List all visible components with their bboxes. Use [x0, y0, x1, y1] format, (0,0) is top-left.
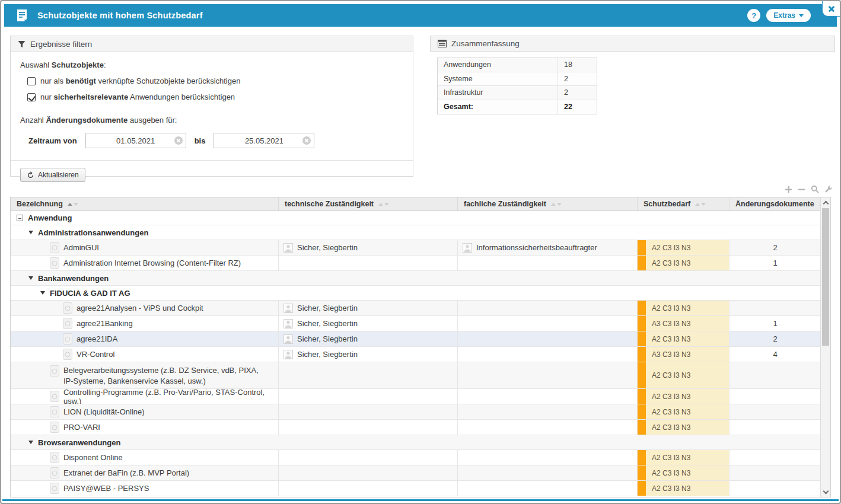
clear-date-from-icon[interactable]	[174, 136, 183, 145]
functional-responsibility-cell	[457, 465, 637, 480]
summary-row: Gesamt:22	[438, 100, 597, 114]
protection-need-badge: A2 C3 I3 N3	[646, 481, 729, 496]
date-from-value: 01.05.2021	[116, 136, 155, 145]
functional-responsibility-cell	[457, 389, 637, 404]
table-row[interactable]: Controlling-Programme (z.B. Pro-Vari/Par…	[11, 389, 830, 404]
column-header-2[interactable]: technische Zuständigkeit	[278, 197, 457, 210]
responsibility-name: Sicher, Siegbertin	[297, 319, 358, 328]
search-icon[interactable]	[811, 185, 819, 193]
table-row[interactable]: Anwendung	[11, 211, 830, 225]
extras-button[interactable]: Extras	[766, 9, 811, 22]
protection-level-bar	[638, 404, 646, 419]
item-name: VR-Control	[77, 350, 114, 359]
item-name: PRO-VARI	[63, 423, 100, 432]
date-from-field[interactable]: 01.05.2021	[85, 133, 186, 148]
summary-row-value: 18	[558, 58, 597, 72]
table-row[interactable]: Extranet der BaFin (z.B. MVP Portal)A2 C…	[11, 465, 830, 481]
checkbox-benoetigt[interactable]	[27, 77, 36, 85]
column-header-1[interactable]: Bezeichnung	[11, 197, 278, 210]
protection-need-cell: A2 C3 I3 N3	[637, 481, 729, 496]
application-icon	[50, 483, 59, 494]
responsibility-name: Sicher, Siegbertin	[297, 334, 358, 343]
summary-row-value: 2	[558, 72, 597, 86]
technical-responsibility-cell	[278, 481, 457, 496]
extras-label: Extras	[773, 11, 795, 20]
title-bar: Schutzobjekte mit hohem Schutzbedarf ? E…	[4, 4, 837, 27]
page-title: Schutzobjekte mit hohem Schutzbedarf	[37, 11, 203, 20]
table-row[interactable]: Disponent OnlineA2 C3 I3 N3	[11, 450, 830, 465]
column-header-5[interactable]: Änderungsdokumente	[729, 197, 821, 210]
protection-need-cell: A2 C3 I3 N3	[637, 362, 729, 388]
summary-row-label: Systeme	[438, 72, 558, 86]
checkbox-sicherheitsrelevant-label: nur sicherheitsrelevante Anwendungen ber…	[40, 92, 235, 101]
collapse-minus-icon[interactable]	[17, 215, 23, 221]
scroll-up-button[interactable]	[821, 197, 830, 208]
table-row[interactable]: Bankanwendungen	[11, 271, 830, 286]
table-row[interactable]: FIDUCIA & GAD IT AG	[11, 286, 830, 301]
technical-responsibility-cell: Sicher, Siegbertin	[278, 240, 457, 255]
sort-asc-arrow	[378, 203, 383, 206]
column-header-4[interactable]: Schutzbedarf	[637, 197, 729, 210]
protection-level-bar	[638, 389, 646, 404]
change-documents-count: 4	[773, 350, 777, 359]
table-row[interactable]: Administration Internet Browsing (Conten…	[11, 256, 830, 271]
protection-need-badge: A2 C3 I3 N3	[646, 301, 729, 315]
triangle-down-icon[interactable]	[28, 231, 33, 234]
scrollbar-thumb[interactable]	[822, 208, 829, 346]
table-header-row: Bezeichnungtechnische Zuständigkeitfachl…	[11, 197, 830, 211]
technical-responsibility-cell	[278, 450, 457, 465]
help-label: ?	[751, 11, 756, 20]
table-row[interactable]: Belegverarbeitungssysteme (z.B. DZ Servi…	[11, 362, 830, 389]
checkbox-benoetigt-label: nur als benötigt verknüpfte Schutzobjekt…	[40, 76, 240, 85]
protection-need-badge: A2 C3 I3 N3	[646, 465, 729, 480]
chevron-down-icon	[823, 488, 829, 494]
change-documents-count: 2	[773, 334, 777, 343]
protection-need-badge: A2 C3 I3 N3	[646, 362, 729, 388]
table-row[interactable]: agree21Analysen - ViPS und CockpitSicher…	[11, 301, 830, 316]
person-icon	[283, 334, 293, 344]
filter-funnel-icon	[18, 40, 26, 48]
designation-cell: AdminGUI	[11, 240, 278, 255]
application-icon	[50, 257, 59, 269]
protection-level-bar	[638, 420, 646, 435]
column-label: Bezeichnung	[17, 200, 63, 208]
table-row[interactable]: Browseranwendungen	[11, 435, 830, 450]
divider	[11, 160, 413, 161]
clear-date-to-icon[interactable]	[302, 136, 311, 145]
summary-row-value: 22	[558, 100, 597, 114]
protection-need-cell: A2 C3 I3 N3	[637, 256, 729, 270]
table-row[interactable]: agree21BankingSicher, SiegbertinA3 C3 I3…	[11, 316, 830, 331]
collapse-all-minus-icon[interactable]	[798, 186, 805, 193]
summary-row-label: Anwendungen	[438, 58, 558, 72]
table-row[interactable]: agree21IDASicher, SiegbertinA2 C3 I3 N32	[11, 331, 830, 347]
change-documents-count: 1	[773, 259, 777, 267]
triangle-down-icon[interactable]	[40, 291, 45, 295]
triangle-down-icon[interactable]	[28, 441, 33, 444]
protection-level-bar	[638, 331, 646, 346]
change-documents-count: 1	[773, 319, 777, 328]
application-icon	[50, 406, 59, 417]
scroll-down-button[interactable]	[821, 487, 830, 497]
table-row[interactable]: PRO-VARIA2 C3 I3 N3	[11, 420, 830, 435]
table-row[interactable]: Administrationsanwendungen	[11, 225, 830, 240]
functional-responsibility-cell: Informationssicherheitsbeauftragter	[457, 240, 637, 255]
table-row[interactable]: PAISY@WEB - PERSYSA2 C3 I3 N3	[11, 481, 830, 496]
expand-all-plus-icon[interactable]	[785, 186, 792, 193]
column-header-3[interactable]: fachliche Zuständigkeit	[457, 197, 637, 210]
date-to-field[interactable]: 25.05.2021	[214, 133, 314, 148]
triangle-down-icon[interactable]	[28, 276, 33, 280]
vertical-scrollbar[interactable]	[820, 197, 830, 497]
settings-wrench-icon[interactable]	[824, 185, 833, 193]
table-row[interactable]: VR-ControlSicher, SiegbertinA3 C3 I3 N34	[11, 347, 830, 362]
protection-need-cell: A2 C3 I3 N3	[637, 420, 729, 435]
refresh-button[interactable]: Aktualisieren	[20, 168, 85, 182]
table-row[interactable]: AdminGUISicher, SiegbertinInformationssi…	[11, 240, 830, 256]
checkbox-sicherheitsrelevant[interactable]	[27, 93, 36, 101]
sort-asc-arrow	[551, 203, 556, 206]
close-button[interactable]	[822, 1, 840, 17]
help-button[interactable]: ?	[747, 9, 760, 22]
table-body: AnwendungAdministrationsanwendungenAdmin…	[11, 211, 830, 496]
protection-need-badge: A3 C3 I3 N3	[646, 347, 729, 362]
technical-responsibility-cell: Sicher, Siegbertin	[278, 331, 457, 346]
table-row[interactable]: LION (Liquidität-Online)A2 C3 I3 N3	[11, 404, 830, 420]
